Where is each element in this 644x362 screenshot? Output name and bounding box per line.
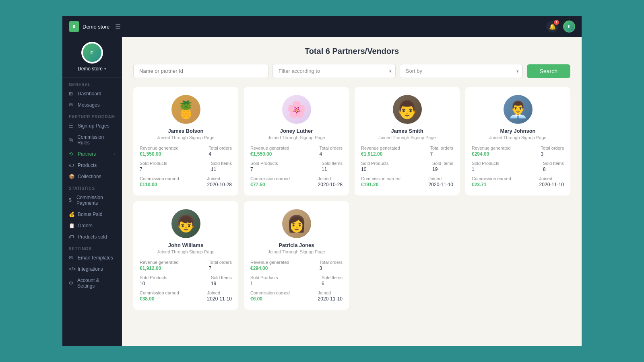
avatar-initials: E <box>568 25 571 29</box>
partner-card-joney-luther: 🌸 Joney Luther Joined Through Signup Pag… <box>244 87 349 195</box>
stat-sold-items-mj: Sold Items 8 <box>543 161 564 172</box>
partners-icon: ⟲ <box>69 151 74 157</box>
sidebar-label-products-sold: Products sold <box>78 234 107 240</box>
sidebar-label-products: Products <box>78 162 97 168</box>
stat-sold-products-jw: Sold Products 10 <box>140 275 167 286</box>
partner-card-james-smith: 👨 James Smith Joined Through Signup Page… <box>355 87 460 195</box>
notification-bell[interactable]: 🔔 1 <box>546 21 558 33</box>
stat-commission-jb: Commission earned €110.00 <box>140 176 179 187</box>
stat-joined-jb: Joined 2020-10-28 <box>207 176 232 187</box>
partner-name-john-williams[interactable]: John Williams <box>168 242 203 248</box>
stat-sold-items-jb: Sold Items 11 <box>211 161 232 172</box>
collections-icon: 📦 <box>69 174 74 179</box>
store-caret-icon: ▾ <box>104 67 106 71</box>
sidebar-section-settings: SETTINGS <box>62 243 122 252</box>
stat-joined-js: Joined 2020-11-10 <box>429 176 453 187</box>
sidebar-item-orders[interactable]: 📋 Orders <box>62 220 122 231</box>
sort-select[interactable]: Sort by <box>400 64 523 78</box>
avatar-john-williams: 👦 <box>171 209 200 238</box>
partner-name-joney-luther[interactable]: Joney Luther <box>280 128 313 134</box>
partner-name-james-smith[interactable]: James Smith <box>391 128 423 134</box>
avatar-james-bolson: 🍍 <box>171 95 200 124</box>
stat-orders-jw: Total orders 7 <box>209 260 232 271</box>
sidebar-item-signup-pages[interactable]: ☰ Sign-up Pages <box>62 120 122 132</box>
partner-join-james-bolson: Joined Through Signup Page <box>157 135 214 140</box>
stat-joined-jw: Joined 2020-11-10 <box>207 290 232 302</box>
topbar-store-name: Demo store <box>83 24 109 30</box>
sidebar-item-products-sold[interactable]: 🏷 Products sold <box>62 231 122 243</box>
partner-join-john-williams: Joined Through Signup Page <box>157 249 214 254</box>
commission-rules-icon: % <box>69 137 74 143</box>
stat-orders-pj: Total orders 3 <box>320 260 343 271</box>
partner-stats-joney-luther: Revenue generated €1,550.00 Total orders… <box>250 146 343 187</box>
avatar-james-smith: 👨 <box>393 95 422 124</box>
sidebar-item-integrations[interactable]: </> Integrations <box>62 263 122 275</box>
partner-name-mary-johnson[interactable]: Mary Johnson <box>500 128 535 134</box>
topbar: E Demo store ☰ 🔔 1 E <box>62 16 582 37</box>
avatar-patricia-jones: 👩 <box>282 209 311 238</box>
sidebar-label-commission-payments: Commission Payments <box>76 195 115 206</box>
partner-name-james-bolson[interactable]: James Bolson <box>168 128 203 134</box>
sidebar-item-dashboard[interactable]: ⊞ Dashboard <box>62 88 122 99</box>
search-button[interactable]: Search <box>527 64 570 78</box>
sidebar-item-commission-rules[interactable]: % Commission Rules <box>62 132 122 148</box>
sidebar-item-partners[interactable]: ⟲ Partners › <box>62 148 122 160</box>
stat-sold-products-jl: Sold Products 7 <box>250 161 278 172</box>
sidebar-label-messages: Messages <box>78 102 100 108</box>
stat-orders-jb: Total orders 4 <box>209 146 232 157</box>
stat-revenue-pj: Revenue generated €294.00 <box>250 260 289 271</box>
partners-grid: 🍍 James Bolson Joined Through Signup Pag… <box>133 87 570 310</box>
stat-orders-jl: Total orders 4 <box>320 146 343 157</box>
topbar-avatar[interactable]: E <box>563 21 575 33</box>
sidebar-section-partner: PARTNER PROGRAM <box>62 111 122 120</box>
dashboard-icon: ⊞ <box>69 91 74 97</box>
sidebar-store-name[interactable]: Demo store ▾ <box>78 66 106 72</box>
partner-join-joney-luther: Joined Through Signup Page <box>268 135 325 140</box>
search-input[interactable] <box>133 64 268 78</box>
partner-join-patricia-jones: Joined Through Signup Page <box>268 249 325 254</box>
bonus-paid-icon: 💰 <box>69 212 74 217</box>
partner-name-patricia-jones[interactable]: Patricia Jones <box>279 242 314 248</box>
stat-orders-js: Total orders 7 <box>430 146 453 157</box>
stat-orders-mj: Total orders 3 <box>541 146 564 157</box>
sidebar-item-email-templates[interactable]: ✉ Email Templates <box>62 252 122 263</box>
sidebar-item-bonus-paid[interactable]: 💰 Bonus Paid <box>62 209 122 220</box>
stat-sold-items-js: Sold Items 19 <box>432 161 453 172</box>
stat-sold-products-mj: Sold Products 1 <box>472 161 499 172</box>
partner-stats-james-bolson: Revenue generated €1,550.00 Total orders… <box>140 146 232 187</box>
sidebar-item-messages[interactable]: ✉ Messages <box>62 99 122 111</box>
sidebar-item-commission-payments[interactable]: $ Commission Payments <box>62 192 122 209</box>
partner-stats-patricia-jones: Revenue generated €294.00 Total orders 3… <box>250 260 343 302</box>
avatar-joney-luther: 🌸 <box>282 95 311 124</box>
sidebar-label-orders: Orders <box>78 223 93 228</box>
sidebar: E Demo store ▾ GENERAL ⊞ Dashboard ✉ Mes… <box>62 37 122 346</box>
sidebar-label-bonus-paid: Bonus Paid <box>78 212 102 217</box>
stat-joined-mj: Joined 2020-11-10 <box>539 176 564 187</box>
filter-select[interactable]: Filter according to <box>272 64 396 78</box>
partner-stats-mary-johnson: Revenue generated €294.00 Total orders 3… <box>472 146 564 187</box>
partner-card-patricia-jones: 👩 Patricia Jones Joined Through Signup P… <box>244 201 349 310</box>
products-sold-icon: 🏷 <box>69 234 74 240</box>
messages-icon: ✉ <box>69 102 74 108</box>
page-title: Total 6 Partners/Vendors <box>133 47 570 56</box>
sidebar-label-collections: Collections <box>78 174 101 179</box>
account-settings-icon: ⚙ <box>69 280 74 286</box>
stat-commission-jw: Commission earned €38.00 <box>140 290 179 302</box>
logo-letter: E <box>73 25 75 29</box>
avatar-mary-johnson: 👨‍💼 <box>504 95 533 124</box>
sidebar-item-collections[interactable]: 📦 Collections <box>62 171 122 182</box>
filter-select-wrapper: Filter according to ▾ <box>272 64 396 78</box>
partner-card-james-bolson: 🍍 James Bolson Joined Through Signup Pag… <box>133 87 238 195</box>
search-bar: Filter according to ▾ Sort by ▾ Search <box>133 64 570 78</box>
partner-join-mary-johnson: Joined Through Signup Page <box>489 135 546 140</box>
hamburger-icon[interactable]: ☰ <box>115 23 121 31</box>
stat-sold-items-jl: Sold Items 11 <box>322 161 343 172</box>
notification-badge: 1 <box>554 20 559 25</box>
stat-sold-items-jw: Sold Items 19 <box>211 275 232 286</box>
sidebar-item-products[interactable]: 🏷 Products <box>62 160 122 171</box>
sidebar-label-account-settings: Account & Settings <box>77 278 115 289</box>
sidebar-item-account-settings[interactable]: ⚙ Account & Settings <box>62 275 122 292</box>
sidebar-label-partners: Partners <box>78 151 111 157</box>
integrations-icon: </> <box>69 266 74 272</box>
stat-commission-mj: Commission earned €23.71 <box>472 176 511 187</box>
